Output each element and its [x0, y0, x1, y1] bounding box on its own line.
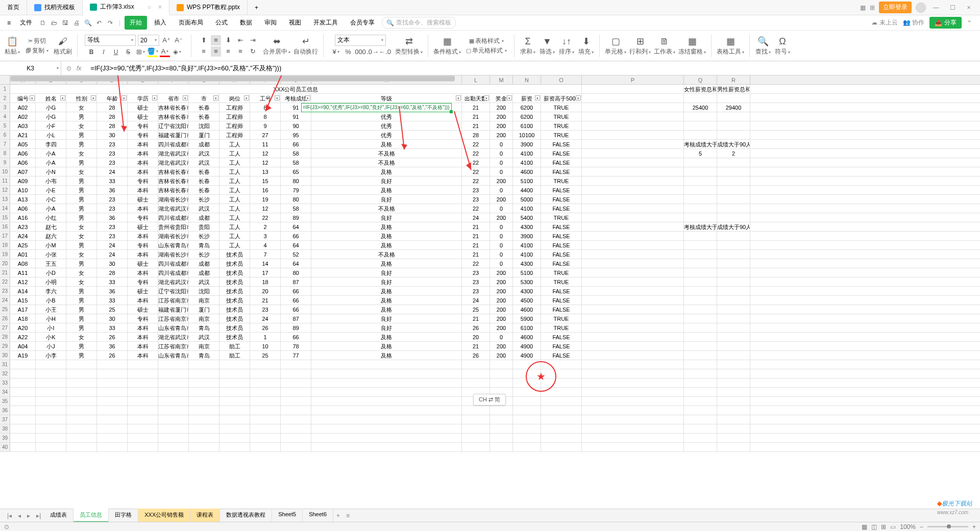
- data-cell[interactable]: [582, 149, 684, 158]
- header-cell[interactable]: 薪资▾: [513, 94, 541, 103]
- filter-dropdown-icon[interactable]: ▾: [305, 95, 310, 100]
- data-cell[interactable]: 小A: [36, 149, 66, 158]
- data-cell[interactable]: 87: [281, 277, 311, 286]
- data-cell[interactable]: [490, 378, 513, 387]
- col-header[interactable]: Q: [684, 75, 717, 84]
- data-cell[interactable]: [158, 424, 189, 433]
- data-cell[interactable]: [10, 443, 36, 451]
- header-cell[interactable]: 薪资高于5000▾: [541, 94, 582, 103]
- data-cell[interactable]: [490, 406, 513, 415]
- data-cell[interactable]: 吉林省长春市: [158, 112, 189, 121]
- data-cell[interactable]: 21: [462, 342, 490, 350]
- row-header[interactable]: 39: [0, 434, 10, 442]
- data-cell[interactable]: 沈阳: [189, 121, 219, 130]
- data-cell[interactable]: [10, 388, 36, 396]
- header-cell[interactable]: 奖金▾: [490, 94, 513, 103]
- data-cell[interactable]: [582, 388, 684, 396]
- data-cell[interactable]: 男: [66, 131, 97, 139]
- data-cell[interactable]: [250, 406, 281, 415]
- sort-button[interactable]: ↓↑排序▾: [558, 35, 575, 56]
- data-cell[interactable]: 不及格: [311, 149, 462, 158]
- data-cell[interactable]: [36, 360, 66, 369]
- data-cell[interactable]: [462, 415, 490, 424]
- data-cell[interactable]: 男性薪资总和: [717, 85, 750, 93]
- data-cell[interactable]: [717, 213, 750, 222]
- data-cell[interactable]: 33: [97, 277, 128, 286]
- filter-dropdown-icon[interactable]: ▾: [535, 95, 540, 100]
- data-cell[interactable]: A10: [10, 186, 36, 194]
- data-cell[interactable]: 工人: [219, 140, 250, 148]
- data-cell[interactable]: 91: [281, 103, 311, 112]
- indent-dec-icon[interactable]: ⇤: [235, 35, 246, 45]
- data-cell[interactable]: 0: [490, 186, 513, 194]
- data-cell[interactable]: [582, 186, 684, 194]
- symbol-button[interactable]: Ω符号▾: [774, 35, 791, 56]
- data-cell[interactable]: [717, 277, 750, 286]
- data-cell[interactable]: 技术员: [219, 268, 250, 277]
- data-cell[interactable]: 专科: [128, 241, 158, 249]
- data-cell[interactable]: [717, 131, 750, 139]
- data-cell[interactable]: 男: [66, 112, 97, 121]
- data-cell[interactable]: 湖北省武汉市: [158, 204, 189, 213]
- data-cell[interactable]: 厦门: [189, 305, 219, 314]
- data-cell[interactable]: 小G: [36, 112, 66, 121]
- data-cell[interactable]: 女: [66, 277, 97, 286]
- data-cell[interactable]: [36, 406, 66, 415]
- data-cell[interactable]: 23: [97, 204, 128, 213]
- open-icon[interactable]: 🗁: [50, 18, 59, 28]
- data-cell[interactable]: 良好: [311, 323, 462, 332]
- find-button[interactable]: 🔍查找▾: [755, 35, 771, 56]
- data-cell[interactable]: 长春: [189, 167, 219, 176]
- data-cell[interactable]: [490, 443, 513, 451]
- row-header[interactable]: 1: [0, 85, 10, 93]
- data-cell[interactable]: 青岛: [189, 323, 219, 332]
- sheet-tab[interactable]: Sheet5: [272, 509, 303, 522]
- login-button[interactable]: 立即登录: [879, 2, 912, 13]
- data-cell[interactable]: FALSE: [541, 296, 582, 305]
- sheet-list-button[interactable]: ≡: [343, 512, 353, 519]
- filter-dropdown-icon[interactable]: ▾: [152, 95, 157, 100]
- data-cell[interactable]: 女: [66, 250, 97, 259]
- col-header[interactable]: L: [462, 75, 490, 84]
- data-cell[interactable]: [189, 369, 219, 378]
- data-cell[interactable]: [582, 360, 684, 369]
- data-cell[interactable]: 工人: [219, 149, 250, 158]
- data-cell[interactable]: 男: [66, 305, 97, 314]
- data-cell[interactable]: [582, 287, 684, 295]
- data-cell[interactable]: 90: [281, 121, 311, 130]
- underline-icon[interactable]: U: [111, 47, 121, 57]
- data-cell[interactable]: 技术员: [219, 333, 250, 341]
- data-cell[interactable]: [189, 415, 219, 424]
- data-cell[interactable]: [541, 406, 582, 415]
- data-cell[interactable]: 4100: [513, 241, 541, 249]
- font-color-icon[interactable]: A▾: [160, 47, 170, 57]
- data-cell[interactable]: 25400: [684, 103, 717, 112]
- data-cell[interactable]: 男: [66, 241, 97, 249]
- data-cell[interactable]: 江苏省南京市: [158, 296, 189, 305]
- data-cell[interactable]: 66: [281, 232, 311, 240]
- data-cell[interactable]: 0: [490, 333, 513, 341]
- data-cell[interactable]: [128, 369, 158, 378]
- data-cell[interactable]: [10, 397, 36, 406]
- data-cell[interactable]: 小明: [36, 277, 66, 286]
- data-cell[interactable]: [128, 424, 158, 433]
- data-cell[interactable]: [582, 415, 684, 424]
- data-cell[interactable]: 66: [281, 305, 311, 314]
- data-cell[interactable]: 22: [462, 149, 490, 158]
- data-cell[interactable]: 200: [490, 103, 513, 112]
- data-cell[interactable]: [582, 342, 684, 350]
- zoom-out-icon[interactable]: −: [920, 523, 923, 530]
- cell-style-button[interactable]: ▢ 单元格样式▾: [466, 46, 507, 55]
- data-cell[interactable]: 5300: [513, 277, 541, 286]
- data-cell[interactable]: 30: [97, 259, 128, 268]
- data-cell[interactable]: [36, 369, 66, 378]
- type-convert-button[interactable]: ⇄类型转换▾: [395, 35, 423, 56]
- data-cell[interactable]: 及格: [311, 296, 462, 305]
- data-cell[interactable]: A14: [10, 287, 36, 295]
- data-cell[interactable]: A18: [10, 314, 36, 323]
- data-cell[interactable]: 33: [97, 323, 128, 332]
- data-cell[interactable]: 22: [250, 213, 281, 222]
- data-cell[interactable]: 工人: [219, 176, 250, 185]
- tab-home[interactable]: 首页: [0, 0, 27, 15]
- data-cell[interactable]: [684, 388, 717, 396]
